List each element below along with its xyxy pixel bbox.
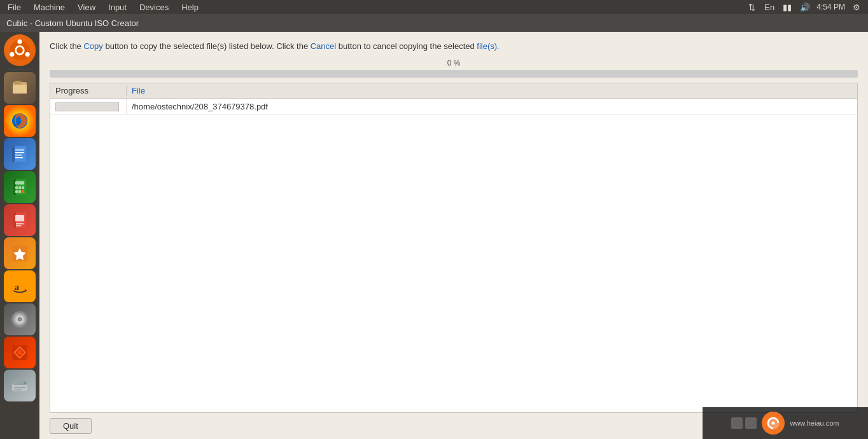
svg-rect-7 xyxy=(15,81,21,85)
menubar: File Machine View Input Devices Help ⇅ E… xyxy=(0,0,868,14)
watermark-text: www.heiau.com xyxy=(790,419,839,427)
watermark-logo xyxy=(762,412,785,435)
svg-point-47 xyxy=(772,422,775,425)
content-area: Click the Copy button to copy the select… xyxy=(39,32,868,439)
svg-point-36 xyxy=(18,318,21,321)
menu-view[interactable]: View xyxy=(75,1,98,13)
system-tray: ⇅ En ▮▮ 🔊 4:54 PM ⚙ xyxy=(745,1,863,13)
svg-point-3 xyxy=(25,52,30,57)
launcher-icon-impress[interactable] xyxy=(4,204,36,236)
svg-rect-45 xyxy=(14,389,22,391)
svg-point-43 xyxy=(24,382,26,384)
svg-rect-23 xyxy=(22,190,24,193)
svg-rect-6 xyxy=(13,85,27,94)
svg-rect-11 xyxy=(15,152,24,153)
tray-power-icon xyxy=(745,417,757,429)
watermark-overlay: www.heiau.com xyxy=(703,407,868,439)
menu-input[interactable]: Input xyxy=(106,1,129,13)
menu-file[interactable]: File xyxy=(5,1,24,13)
volume-icon: 🔊 xyxy=(799,1,811,13)
launcher-icon-cubic[interactable] xyxy=(4,337,36,368)
svg-rect-9 xyxy=(13,146,26,162)
app-title: Cubic - Custom Ubuntu ISO Creator xyxy=(6,18,139,28)
svg-rect-28 xyxy=(16,225,21,226)
svg-point-40 xyxy=(17,350,22,355)
table-row: /home/ostechnix/208_374679378.pdf xyxy=(50,99,857,115)
launcher-icon-disk[interactable] xyxy=(4,370,36,401)
sort-icon: ⇅ xyxy=(745,1,758,13)
progress-label: 0 % xyxy=(447,59,461,67)
svg-point-2 xyxy=(17,39,22,44)
svg-rect-10 xyxy=(15,150,24,151)
title-bar: Cubic - Custom Ubuntu ISO Creator xyxy=(0,14,868,32)
svg-text:a: a xyxy=(15,282,19,292)
tray-network-icon xyxy=(731,417,743,429)
launcher-icon-calc[interactable] xyxy=(4,171,36,203)
instruction-text: Click the Copy button to copy the select… xyxy=(39,32,868,59)
col-file-header: File xyxy=(127,86,150,95)
svg-rect-18 xyxy=(15,186,18,189)
launcher-icon-ubuntu[interactable] xyxy=(4,34,36,66)
cancel-word: Cancel xyxy=(311,41,336,51)
launcher-icon-files[interactable] xyxy=(4,72,36,104)
progress-bar-container xyxy=(50,70,858,78)
svg-rect-27 xyxy=(16,223,24,225)
main-layout: a xyxy=(0,32,868,439)
svg-rect-20 xyxy=(22,186,24,189)
launcher-icon-software[interactable] xyxy=(4,237,36,269)
table-header: Progress File xyxy=(50,83,857,99)
launcher-icon-cd[interactable] xyxy=(4,303,36,335)
clock: 4:54 PM xyxy=(816,3,845,11)
svg-rect-14 xyxy=(12,146,15,162)
svg-rect-17 xyxy=(15,181,24,185)
svg-rect-22 xyxy=(18,190,21,193)
launcher-icon-firefox[interactable] xyxy=(4,105,36,137)
keyboard-lang-icon[interactable]: En xyxy=(763,1,776,13)
files-word: file(s). xyxy=(477,41,499,51)
quit-button[interactable]: Quit xyxy=(50,418,92,434)
menu-machine[interactable]: Machine xyxy=(31,1,67,13)
svg-rect-19 xyxy=(18,186,21,189)
svg-rect-21 xyxy=(15,190,18,193)
file-list-table: Progress File /home/ostechnix/208_374679… xyxy=(50,83,858,413)
launcher-separator-1 xyxy=(7,69,32,69)
launcher-sidebar: a xyxy=(0,32,39,439)
launcher-icon-amazon[interactable]: a xyxy=(4,270,36,302)
launcher-icon-writer[interactable] xyxy=(4,138,36,170)
menu-devices[interactable]: Devices xyxy=(137,1,171,13)
copy-word: Copy xyxy=(83,41,102,51)
progress-section: 0 % xyxy=(39,59,868,83)
svg-rect-26 xyxy=(15,215,24,221)
row-file-path: /home/ostechnix/208_374679378.pdf xyxy=(127,102,273,111)
svg-point-4 xyxy=(10,52,14,57)
svg-rect-44 xyxy=(14,387,25,388)
battery-icon: ▮▮ xyxy=(781,1,794,13)
row-progress-cell xyxy=(50,99,127,115)
menu-help[interactable]: Help xyxy=(179,1,201,13)
svg-rect-13 xyxy=(15,157,23,158)
settings-icon[interactable]: ⚙ xyxy=(850,1,863,13)
col-progress-header: Progress xyxy=(50,86,127,95)
row-progress-bar xyxy=(55,102,119,111)
tray-bottom-icons xyxy=(731,417,757,429)
svg-rect-12 xyxy=(15,155,22,156)
